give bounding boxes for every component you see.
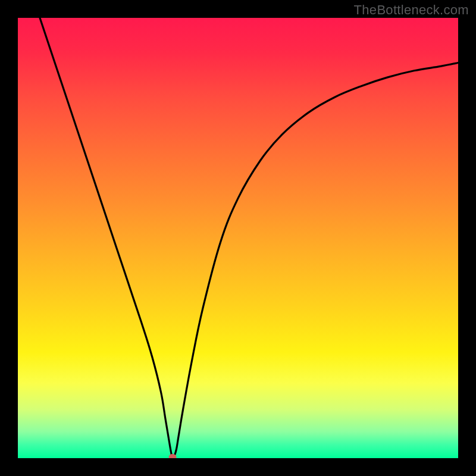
- optimal-point-marker: [169, 454, 177, 458]
- curve-layer: [18, 18, 458, 458]
- bottleneck-curve: [40, 18, 458, 457]
- chart-frame: TheBottleneck.com: [0, 0, 476, 476]
- watermark-text: TheBottleneck.com: [354, 2, 469, 18]
- plot-area: [18, 18, 458, 458]
